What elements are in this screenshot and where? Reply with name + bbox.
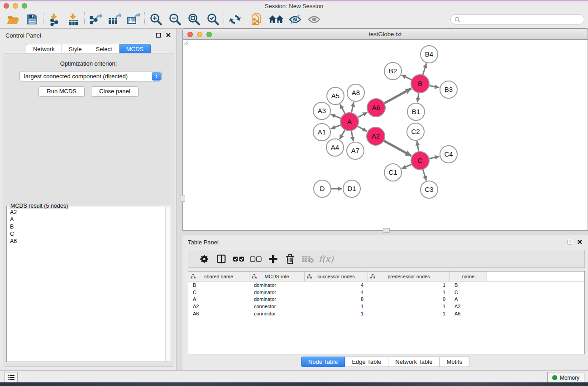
home-icon[interactable] <box>267 12 286 27</box>
edge-A-A4[interactable] <box>339 129 345 139</box>
search-field[interactable] <box>450 14 584 24</box>
zoom-out-icon[interactable] <box>165 12 184 27</box>
open-file-icon[interactable] <box>4 12 23 27</box>
edge-C-C4[interactable] <box>429 157 440 159</box>
column-header-shared-name[interactable]: shared name <box>188 272 249 281</box>
edge-A-A6[interactable] <box>358 112 368 118</box>
list-icon <box>8 375 14 381</box>
optimization-criterion-select[interactable]: largest connected component (directed) ▲… <box>19 71 162 81</box>
table-row[interactable]: Cdominator41C <box>188 289 584 296</box>
table-cell: 0 <box>368 296 450 302</box>
edge-A6-B[interactable] <box>384 89 411 104</box>
close-window-button[interactable] <box>4 3 9 9</box>
select-all-icon[interactable] <box>230 256 247 262</box>
minimize-window-button[interactable] <box>13 3 18 9</box>
edge-A-A5[interactable] <box>340 104 345 114</box>
network-vertical-scrollbar[interactable] <box>181 195 185 202</box>
save-session-icon[interactable] <box>23 12 42 27</box>
optimization-criterion-label: Optimization criterion: <box>4 60 173 67</box>
delete-column-icon[interactable] <box>282 254 299 264</box>
import-network-icon[interactable] <box>45 12 64 27</box>
edge-C-C1[interactable] <box>402 164 411 169</box>
edge-A-A3[interactable] <box>331 114 341 119</box>
export-table-icon[interactable] <box>105 12 124 27</box>
node-label-A5: A5 <box>331 92 339 100</box>
table-row[interactable]: Bdominator41B <box>188 281 584 289</box>
table-cell: A6 <box>450 311 487 316</box>
search-input[interactable] <box>463 16 580 24</box>
run-mcds-button[interactable]: Run MCDS <box>38 86 85 97</box>
import-table-icon[interactable] <box>64 12 83 27</box>
function-builder-icon[interactable]: f(x) <box>319 254 334 264</box>
edge-A-A1[interactable] <box>331 125 341 129</box>
edge-A-A8[interactable] <box>351 102 354 113</box>
desktop-edge-bottom <box>0 382 588 386</box>
table-cell: 1 <box>368 290 450 295</box>
close-panel-button[interactable]: Close panel <box>91 86 139 97</box>
app-titlebar: Session: New Session <box>0 1 588 11</box>
mcds-result-item[interactable]: B <box>7 223 165 230</box>
table-cell: dominator <box>249 290 305 295</box>
column-header-MCDS-role[interactable]: MCDS role <box>249 272 305 281</box>
table-panel-tabs: Node TableEdge TableNetwork TableMotifs <box>182 357 588 367</box>
table-row[interactable]: A6connector11A6 <box>188 310 584 317</box>
network-canvas[interactable]: AA1A2A3A4A5A6A7A8BB1B2B3B4CC1C2C3C4DD1 <box>182 40 588 231</box>
zoom-fit-icon[interactable] <box>184 12 203 27</box>
network-zoom-button[interactable] <box>206 32 212 37</box>
edge-C-C2[interactable] <box>417 141 419 152</box>
table-panel-title: Table Panel <box>188 239 219 246</box>
hide-graphics-details-icon[interactable] <box>286 12 305 27</box>
table-row[interactable]: Adominator80A <box>188 295 584 303</box>
mcds-result-item[interactable]: A <box>7 216 165 223</box>
add-column-icon[interactable] <box>264 254 282 264</box>
show-columns-icon[interactable] <box>213 254 230 264</box>
column-type-icon <box>252 274 257 280</box>
network-from-file-icon[interactable] <box>248 12 267 27</box>
close-table-panel-icon[interactable]: ✕ <box>577 240 583 244</box>
tab-motifs[interactable]: Motifs <box>440 357 469 367</box>
column-header-name[interactable]: name <box>450 272 487 281</box>
edge-A-A7[interactable] <box>351 131 354 142</box>
edge-A2-C[interactable] <box>384 141 411 156</box>
zoom-selected-icon[interactable] <box>203 12 222 27</box>
column-header-predecessor-nodes[interactable]: predecessor nodes <box>368 272 450 281</box>
mcds-list-scrollbar[interactable] <box>165 207 171 361</box>
table-settings-icon[interactable] <box>196 254 213 264</box>
network-close-button[interactable] <box>187 32 193 37</box>
edge-B-B2[interactable] <box>402 75 412 80</box>
delete-table-icon[interactable] <box>299 255 316 263</box>
edge-A-A2[interactable] <box>358 126 367 132</box>
mcds-result-item[interactable]: A2 <box>7 209 165 216</box>
show-graphics-details-icon[interactable] <box>305 12 324 27</box>
column-header-successor-nodes[interactable]: successor nodes <box>305 272 368 281</box>
export-image-icon[interactable] <box>124 12 143 27</box>
unselect-all-icon[interactable] <box>247 256 264 262</box>
edge-C-C3[interactable] <box>423 169 426 181</box>
edge-B-B4[interactable] <box>423 63 426 75</box>
resize-grip-icon[interactable] <box>183 40 188 45</box>
network-horizontal-scrollbar[interactable] <box>383 228 390 233</box>
mcds-result-item[interactable]: A6 <box>7 238 165 245</box>
export-network-icon[interactable] <box>86 12 105 27</box>
tab-network-table[interactable]: Network Table <box>388 357 440 367</box>
node-label-A8: A8 <box>352 89 360 96</box>
apply-layout-icon[interactable] <box>225 12 244 27</box>
float-panel-icon[interactable] <box>156 33 161 38</box>
task-history-button[interactable] <box>5 372 18 383</box>
table-cell: connector <box>249 304 305 309</box>
memory-button[interactable]: Memory <box>547 372 584 383</box>
table-cell: C <box>188 290 249 295</box>
float-table-panel-icon[interactable] <box>568 240 572 244</box>
tab-node-table[interactable]: Node Table <box>301 357 345 367</box>
tab-edge-table[interactable]: Edge Table <box>345 357 388 367</box>
edge-B-B3[interactable] <box>429 86 440 88</box>
table-cell: 1 <box>368 311 450 316</box>
edge-B-B1[interactable] <box>417 93 419 102</box>
network-minimize-button[interactable] <box>197 32 202 37</box>
node-label-C1: C1 <box>388 168 397 176</box>
table-row[interactable]: A2connector11A2 <box>188 303 584 310</box>
close-panel-icon[interactable]: ✕ <box>165 33 171 38</box>
zoom-in-icon[interactable] <box>146 12 165 27</box>
zoom-window-button[interactable] <box>22 3 27 9</box>
mcds-result-item[interactable]: C <box>7 230 165 238</box>
